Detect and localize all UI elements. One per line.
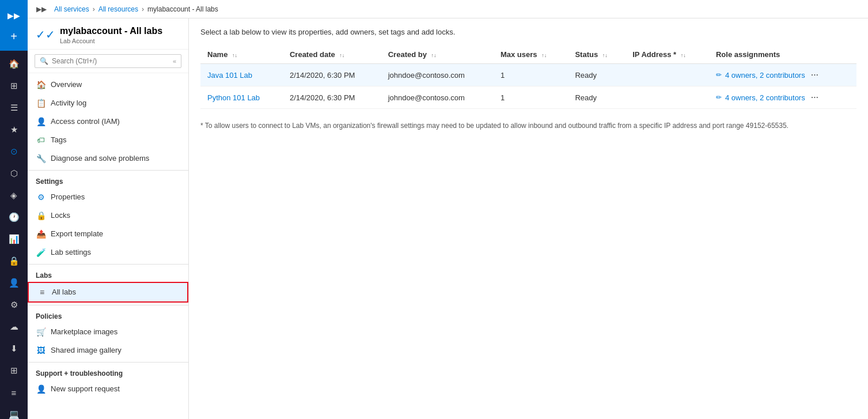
sort-created-date-icon[interactable]: ↑↓ bbox=[339, 52, 344, 58]
col-header-status[interactable]: Status ↑↓ bbox=[568, 46, 626, 64]
sidebar-item-activity-log[interactable]: 📋 Activity log bbox=[28, 94, 188, 112]
sort-created-by-icon[interactable]: ↑↓ bbox=[431, 52, 437, 58]
table-icon[interactable]: ⊞ bbox=[2, 360, 25, 381]
sidebar-subtitle: Lab Account bbox=[60, 37, 162, 44]
all-services-icon[interactable]: ☰ bbox=[2, 97, 25, 118]
breadcrumb-bar: ▶▶ All services › All resources › mylaba… bbox=[28, 0, 868, 18]
sidebar-label-lab-settings: Lab settings bbox=[51, 248, 91, 256]
sidebar-item-access-control[interactable]: 👤 Access control (IAM) bbox=[28, 112, 188, 131]
cloud-upload-icon[interactable]: ☁ bbox=[2, 316, 25, 337]
sidebar-item-shared-image-gallery[interactable]: 🖼 Shared image gallery bbox=[28, 341, 188, 360]
breadcrumb-current: mylabaccount - All labs bbox=[147, 5, 218, 13]
sidebar-label-marketplace-images: Marketplace images bbox=[51, 327, 117, 336]
resource-groups-icon[interactable]: ⬡ bbox=[2, 163, 25, 184]
settings-icon[interactable]: ⚙ bbox=[2, 295, 25, 315]
all-labs-icon: ≡ bbox=[37, 287, 47, 297]
edit-role-icon-0[interactable]: ✏ bbox=[716, 71, 722, 79]
collapse-sidebar-button[interactable]: ▶▶ bbox=[35, 2, 48, 16]
main-container: ▶▶ All services › All resources › mylaba… bbox=[28, 0, 868, 419]
sidebar-item-lab-settings[interactable]: 🧪 Lab settings bbox=[28, 243, 188, 262]
sidebar-item-tags[interactable]: 🏷 Tags bbox=[28, 131, 188, 149]
cell-status-1: Ready bbox=[568, 86, 626, 109]
sidebar-label-shared-image-gallery: Shared image gallery bbox=[51, 346, 122, 354]
sidebar-label-diagnose: Diagnose and solve problems bbox=[51, 154, 149, 163]
sidebar-item-properties[interactable]: ⚙ Properties bbox=[28, 188, 188, 206]
home-icon[interactable]: 🏠 bbox=[2, 54, 25, 74]
more-options-0[interactable]: ··· bbox=[809, 70, 821, 80]
recent-icon[interactable]: ⊙ bbox=[2, 141, 25, 162]
sort-ip-address-icon[interactable]: ↑↓ bbox=[681, 52, 686, 58]
col-header-name[interactable]: Name ↑↓ bbox=[200, 46, 283, 64]
sort-name-icon[interactable]: ↑↓ bbox=[232, 52, 237, 58]
role-assignments-0: ✏ 4 owners, 2 contributors ··· bbox=[716, 70, 850, 80]
lab-name-python[interactable]: Python 101 Lab bbox=[207, 93, 260, 102]
favorites-icon[interactable]: ★ bbox=[2, 119, 25, 140]
support-request-icon: 👤 bbox=[36, 384, 46, 394]
monitor-icon[interactable]: 📊 bbox=[2, 229, 25, 250]
role-text-0[interactable]: 4 owners, 2 contributors bbox=[725, 71, 805, 80]
expand-rail-button[interactable]: ▶▶ bbox=[2, 5, 25, 26]
lab-name-java[interactable]: Java 101 Lab bbox=[207, 71, 252, 80]
shared-image-gallery-icon: 🖼 bbox=[36, 345, 46, 356]
col-header-created-by[interactable]: Created by ↑↓ bbox=[381, 46, 494, 64]
search-input[interactable] bbox=[52, 57, 169, 65]
sidebar-item-diagnose[interactable]: 🔧 Diagnose and solve problems bbox=[28, 149, 188, 168]
sidebar: ✓✓ mylabaccount - All labs Lab Account 🔍… bbox=[28, 18, 189, 419]
main-panel: Select a lab below to view its propertie… bbox=[189, 18, 868, 419]
breadcrumb-all-services[interactable]: All services bbox=[54, 5, 89, 13]
sidebar-item-marketplace-images[interactable]: 🛒 Marketplace images bbox=[28, 323, 188, 341]
footnote: * To allow users to connect to Lab VMs, … bbox=[200, 120, 856, 131]
policies-section-label: Policies bbox=[28, 305, 188, 323]
cell-ip-0 bbox=[626, 64, 709, 86]
export-template-icon: 📤 bbox=[36, 229, 46, 239]
marketplace-images-icon: 🛒 bbox=[36, 327, 46, 337]
cloud-download-icon[interactable]: ⬇ bbox=[2, 338, 25, 359]
breadcrumb-all-resources[interactable]: All resources bbox=[98, 5, 138, 13]
cell-created-date-1: 2/14/2020, 6:30 PM bbox=[283, 86, 381, 109]
sidebar-header: ✓✓ mylabaccount - All labs Lab Account bbox=[28, 18, 188, 50]
col-header-role-assignments[interactable]: Role assignments bbox=[709, 46, 856, 64]
new-resource-button[interactable]: + bbox=[5, 27, 23, 46]
cell-max-users-0: 1 bbox=[494, 64, 568, 86]
sidebar-label-access-control: Access control (IAM) bbox=[51, 117, 120, 126]
labs-section-label: Labs bbox=[28, 264, 188, 282]
role-text-1[interactable]: 4 owners, 2 contributors bbox=[725, 93, 805, 102]
col-header-created-date[interactable]: Created date ↑↓ bbox=[283, 46, 381, 64]
sort-status-icon[interactable]: ↑↓ bbox=[602, 52, 608, 58]
sidebar-item-all-labs[interactable]: ≡ All labs bbox=[28, 282, 188, 303]
subscriptions-icon[interactable]: ◈ bbox=[2, 185, 25, 206]
search-icon: 🔍 bbox=[40, 57, 48, 65]
diagnose-icon: 🔧 bbox=[36, 153, 46, 164]
laptop-icon[interactable]: 💻 bbox=[2, 404, 25, 419]
dashboard-icon[interactable]: ⊞ bbox=[2, 76, 25, 96]
lab-settings-icon: 🧪 bbox=[36, 247, 46, 258]
content-area: ✓✓ mylabaccount - All labs Lab Account 🔍… bbox=[28, 18, 868, 419]
sidebar-label-properties: Properties bbox=[51, 192, 85, 201]
security-icon[interactable]: 🔒 bbox=[2, 251, 25, 271]
cell-max-users-1: 1 bbox=[494, 86, 568, 109]
list-icon[interactable]: ≡ bbox=[2, 382, 25, 403]
locks-icon: 🔒 bbox=[36, 210, 46, 221]
sidebar-search-container: 🔍 « bbox=[28, 50, 188, 73]
edit-role-icon-1[interactable]: ✏ bbox=[716, 93, 722, 101]
user-icon[interactable]: 👤 bbox=[2, 273, 25, 293]
more-options-1[interactable]: ··· bbox=[809, 92, 821, 103]
clock-icon[interactable]: 🕐 bbox=[2, 207, 25, 228]
col-header-max-users[interactable]: Max users ↑↓ bbox=[494, 46, 568, 64]
breadcrumb-sep-1: › bbox=[93, 5, 95, 13]
sidebar-label-tags: Tags bbox=[51, 135, 66, 144]
sidebar-label-activity-log: Activity log bbox=[51, 99, 86, 107]
sidebar-item-new-support-request[interactable]: 👤 New support request bbox=[28, 380, 188, 398]
sidebar-label-new-support-request: New support request bbox=[51, 384, 120, 393]
sidebar-label-all-labs: All labs bbox=[52, 288, 76, 296]
settings-section-label: Settings bbox=[28, 170, 188, 188]
cell-created-by-0: johndoe@contoso.com bbox=[381, 64, 494, 86]
sidebar-item-locks[interactable]: 🔒 Locks bbox=[28, 206, 188, 225]
sidebar-item-export-template[interactable]: 📤 Export template bbox=[28, 225, 188, 243]
search-shortcut: « bbox=[173, 58, 176, 65]
table-row: Java 101 Lab 2/14/2020, 6:30 PM johndoe@… bbox=[200, 64, 856, 86]
col-header-ip-address[interactable]: IP Address * ↑↓ bbox=[626, 46, 709, 64]
sort-max-users-icon[interactable]: ↑↓ bbox=[541, 52, 547, 58]
sidebar-item-overview[interactable]: 🏠 Overview bbox=[28, 76, 188, 94]
icon-rail: ▶▶ + 🏠 ⊞ ☰ ★ ⊙ ⬡ ◈ 🕐 📊 🔒 👤 ⚙ ☁ ⬇ ⊞ ≡ 💻 🔔… bbox=[0, 0, 28, 419]
